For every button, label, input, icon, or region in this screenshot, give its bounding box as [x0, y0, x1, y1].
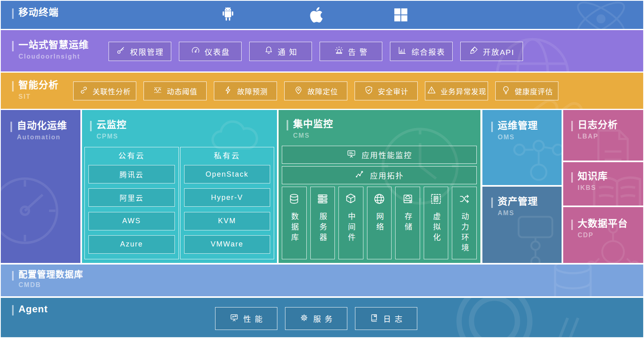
apm-screen-icon	[346, 149, 357, 161]
slashes-watermark-icon	[547, 317, 583, 337]
android-icon	[219, 6, 237, 24]
log-button[interactable]: 日 志	[355, 307, 417, 330]
resource-col-power-env[interactable]: 动力环境	[452, 187, 477, 259]
cloud-item-kvm[interactable]: KVM	[184, 212, 271, 230]
permission-mgmt-button[interactable]: 权限管理	[109, 42, 171, 61]
private-cloud-header: 私有云	[184, 147, 271, 165]
cmdb-subtitle: CMDB	[18, 281, 83, 289]
app-topology-button[interactable]: 应用拓扑	[282, 166, 477, 184]
molecule-watermark-icon	[507, 137, 562, 185]
button-label: 业务异常发现	[441, 86, 486, 96]
public-cloud-header: 公有云	[88, 147, 175, 165]
key-icon	[116, 45, 126, 57]
centralized-monitoring-block: 集中监控 CMS 应用性能监控 应用拓扑 数据库 服务器	[279, 110, 480, 263]
location-pin-icon	[293, 85, 304, 97]
open-api-button[interactable]: 开放API	[460, 42, 523, 61]
title-accent-bar	[90, 121, 92, 131]
button-label: 开放API	[483, 46, 515, 57]
title-accent-bar	[12, 271, 14, 281]
button-label: 服 务	[313, 313, 333, 324]
cloud-item-aliyun[interactable]: 阿里云	[88, 188, 175, 207]
resource-col-middleware[interactable]: 中间件	[338, 187, 363, 259]
resource-col-network[interactable]: 网络	[367, 187, 392, 259]
shield-check-icon	[364, 85, 374, 97]
log-analysis-block: 日志分析 LBAP	[563, 110, 643, 161]
pen-icon	[469, 45, 479, 57]
apm-button[interactable]: 应用性能监控	[282, 146, 477, 164]
link-icon	[79, 85, 89, 97]
health-evaluation-button[interactable]: 健康度评估	[495, 81, 558, 100]
performance-button[interactable]: 性 能	[215, 307, 277, 330]
correlation-analysis-button[interactable]: 关联性分析	[73, 81, 136, 100]
agent-band: Agent 性 能 服 务 日 志	[1, 298, 643, 337]
title-accent-bar	[12, 8, 14, 19]
topology-icon	[355, 169, 365, 181]
fault-prediction-button[interactable]: 故障预测	[214, 81, 277, 100]
notification-button[interactable]: 通 知	[249, 42, 312, 61]
resource-col-virtualization[interactable]: 虚拟化	[424, 187, 449, 259]
book-icon	[369, 313, 379, 325]
resource-label: 动力环境	[459, 212, 470, 254]
cpms-title: 云监控	[96, 120, 127, 130]
cpms-subtitle: CPMS	[96, 133, 127, 140]
gauge-icon	[191, 45, 201, 57]
title-accent-bar	[12, 81, 14, 92]
resource-label: 中间件	[345, 212, 356, 244]
asset-management-block: 资产管理 AMS	[482, 187, 562, 263]
resource-col-database[interactable]: 数据库	[282, 187, 307, 259]
cloud-item-hyperv[interactable]: Hyper-V	[184, 188, 271, 207]
cloud-item-aws[interactable]: AWS	[88, 212, 175, 230]
resource-col-server[interactable]: 服务器	[310, 187, 335, 259]
resource-label: 虚拟化	[431, 212, 441, 244]
cloud-item-tencent[interactable]: 腾讯云	[88, 165, 175, 183]
database-watermark-icon	[547, 265, 599, 296]
cmdb-title: 配置管理数据库	[18, 270, 83, 279]
fault-location-button[interactable]: 故障定位	[284, 81, 347, 100]
knowledge-base-block: 知识库 IKBS	[563, 162, 643, 206]
lightning-icon	[223, 85, 233, 97]
button-label: 告 警	[348, 46, 368, 57]
ikbs-subtitle: IKBS	[578, 184, 608, 191]
ams-subtitle: AMS	[498, 210, 538, 217]
title-accent-bar	[571, 172, 573, 183]
lbap-title: 日志分析	[578, 120, 618, 130]
database-icon	[287, 192, 301, 207]
cloud-item-openstack[interactable]: OpenStack	[184, 165, 271, 183]
sit-band-title: 智能分析	[18, 80, 59, 90]
dynamic-threshold-button[interactable]: 动态阈值	[144, 81, 207, 100]
service-button[interactable]: 服 务	[285, 307, 347, 330]
cloud-monitoring-block: 云监控 CPMS 公有云 腾讯云 阿里云 AWS Azure 私有云 OpenS…	[82, 110, 277, 263]
cms-subtitle: CMS	[293, 132, 333, 139]
ring-watermark-icon	[450, 298, 539, 337]
button-label: 日 志	[383, 313, 403, 324]
shuffle-icon	[458, 192, 471, 207]
button-label: 健康度评估	[515, 86, 553, 96]
button-label: 性 能	[243, 313, 263, 324]
dashboard-button[interactable]: 仪表盘	[179, 42, 242, 61]
title-accent-bar	[571, 121, 573, 131]
button-label: 权限管理	[130, 46, 164, 57]
apple-icon	[307, 6, 326, 24]
globe-icon	[373, 192, 386, 207]
mobile-terminal-band: 移动终端	[1, 1, 643, 29]
atom-watermark-icon	[571, 1, 631, 29]
warning-triangle-icon	[427, 85, 437, 97]
resource-col-storage[interactable]: 存储	[395, 187, 420, 259]
title-accent-bar	[491, 122, 493, 132]
cloud-item-azure[interactable]: Azure	[88, 235, 175, 254]
button-label: 关联性分析	[93, 86, 131, 96]
resource-label: 数据库	[289, 212, 299, 244]
insight-band-title: 一站式智慧运维	[18, 40, 89, 50]
server-icon	[316, 192, 329, 207]
cdp-title: 大数据平台	[578, 218, 628, 229]
flowchart-watermark-icon	[507, 211, 562, 263]
ops-management-block: 运维管理 OMS	[482, 110, 562, 185]
resource-label: 服务器	[317, 212, 328, 244]
reports-button[interactable]: 综合报表	[390, 42, 453, 61]
sit-band-subtitle: SIT	[18, 93, 59, 100]
siren-icon	[334, 45, 344, 57]
security-audit-button[interactable]: 安全审计	[355, 81, 418, 100]
alarm-button[interactable]: 告 警	[320, 42, 382, 61]
cloud-item-vmware[interactable]: VMWare	[184, 235, 271, 254]
business-anomaly-button[interactable]: 业务异常发现	[425, 81, 488, 100]
